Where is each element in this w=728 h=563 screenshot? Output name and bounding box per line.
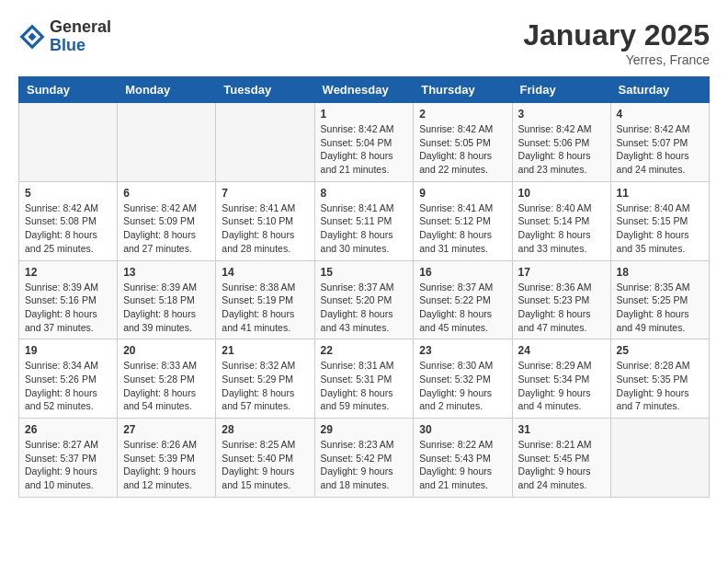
calendar-day-cell: 19Sunrise: 8:34 AM Sunset: 5:26 PM Dayli… bbox=[19, 339, 118, 419]
day-info: Sunrise: 8:21 AM Sunset: 5:45 PM Dayligh… bbox=[518, 438, 605, 492]
logo-general-text: General bbox=[50, 18, 111, 37]
day-number: 28 bbox=[222, 423, 308, 436]
title-block: January 2025 Yerres, France bbox=[523, 18, 710, 67]
day-info: Sunrise: 8:41 AM Sunset: 5:10 PM Dayligh… bbox=[222, 201, 308, 256]
day-number: 18 bbox=[617, 266, 703, 279]
day-info: Sunrise: 8:42 AM Sunset: 5:05 PM Dayligh… bbox=[419, 122, 506, 177]
day-number: 5 bbox=[25, 187, 111, 200]
logo-blue-text: Blue bbox=[50, 37, 111, 55]
day-number: 16 bbox=[419, 266, 506, 279]
day-info: Sunrise: 8:37 AM Sunset: 5:20 PM Dayligh… bbox=[321, 281, 408, 335]
calendar-day-cell: 8Sunrise: 8:41 AM Sunset: 5:11 PM Daylig… bbox=[314, 181, 414, 260]
day-number: 4 bbox=[617, 108, 703, 121]
day-number: 6 bbox=[123, 187, 210, 200]
calendar-day-cell: 6Sunrise: 8:42 AM Sunset: 5:09 PM Daylig… bbox=[118, 181, 216, 260]
logo-text: General Blue bbox=[50, 18, 111, 55]
calendar-day-cell: 3Sunrise: 8:42 AM Sunset: 5:06 PM Daylig… bbox=[512, 103, 610, 182]
day-number: 31 bbox=[518, 423, 605, 436]
day-number: 30 bbox=[419, 423, 506, 436]
day-info: Sunrise: 8:27 AM Sunset: 5:37 PM Dayligh… bbox=[25, 438, 111, 492]
page-header: General Blue January 2025 Yerres, France bbox=[18, 18, 710, 67]
day-info: Sunrise: 8:40 AM Sunset: 5:15 PM Dayligh… bbox=[617, 201, 703, 256]
calendar-header-row: SundayMondayTuesdayWednesdayThursdayFrid… bbox=[19, 77, 710, 103]
calendar-day-cell: 9Sunrise: 8:41 AM Sunset: 5:12 PM Daylig… bbox=[414, 181, 512, 260]
calendar-day-cell: 27Sunrise: 8:26 AM Sunset: 5:39 PM Dayli… bbox=[118, 419, 216, 498]
location: Yerres, France bbox=[523, 52, 710, 67]
calendar-day-cell: 21Sunrise: 8:32 AM Sunset: 5:29 PM Dayli… bbox=[216, 339, 314, 419]
calendar-day-cell: 11Sunrise: 8:40 AM Sunset: 5:15 PM Dayli… bbox=[610, 181, 709, 260]
day-number: 9 bbox=[419, 187, 506, 200]
calendar-day-cell: 31Sunrise: 8:21 AM Sunset: 5:45 PM Dayli… bbox=[512, 419, 610, 498]
calendar-day-cell bbox=[118, 103, 216, 182]
day-number: 1 bbox=[321, 108, 408, 121]
weekday-header: Tuesday bbox=[216, 77, 314, 103]
day-info: Sunrise: 8:37 AM Sunset: 5:22 PM Dayligh… bbox=[419, 281, 506, 335]
calendar-day-cell: 30Sunrise: 8:22 AM Sunset: 5:43 PM Dayli… bbox=[414, 419, 512, 498]
day-info: Sunrise: 8:34 AM Sunset: 5:26 PM Dayligh… bbox=[25, 359, 111, 413]
calendar-week-row: 26Sunrise: 8:27 AM Sunset: 5:37 PM Dayli… bbox=[19, 419, 710, 498]
calendar-day-cell: 28Sunrise: 8:25 AM Sunset: 5:40 PM Dayli… bbox=[216, 419, 314, 498]
day-info: Sunrise: 8:26 AM Sunset: 5:39 PM Dayligh… bbox=[123, 438, 210, 492]
day-number: 15 bbox=[321, 266, 408, 279]
day-number: 22 bbox=[321, 344, 408, 357]
day-info: Sunrise: 8:42 AM Sunset: 5:08 PM Dayligh… bbox=[25, 201, 111, 256]
day-number: 2 bbox=[419, 108, 506, 121]
day-info: Sunrise: 8:42 AM Sunset: 5:09 PM Dayligh… bbox=[123, 201, 210, 256]
day-number: 21 bbox=[222, 344, 308, 357]
day-number: 12 bbox=[25, 266, 111, 279]
calendar-day-cell: 13Sunrise: 8:39 AM Sunset: 5:18 PM Dayli… bbox=[118, 260, 216, 339]
day-info: Sunrise: 8:30 AM Sunset: 5:32 PM Dayligh… bbox=[419, 359, 506, 413]
day-info: Sunrise: 8:25 AM Sunset: 5:40 PM Dayligh… bbox=[222, 438, 308, 492]
day-number: 8 bbox=[321, 187, 408, 200]
day-info: Sunrise: 8:41 AM Sunset: 5:11 PM Dayligh… bbox=[321, 201, 408, 256]
day-number: 13 bbox=[123, 266, 210, 279]
day-info: Sunrise: 8:33 AM Sunset: 5:28 PM Dayligh… bbox=[123, 359, 210, 413]
day-info: Sunrise: 8:42 AM Sunset: 5:06 PM Dayligh… bbox=[518, 122, 605, 177]
month-title: January 2025 bbox=[523, 18, 710, 52]
calendar-day-cell: 25Sunrise: 8:28 AM Sunset: 5:35 PM Dayli… bbox=[610, 339, 709, 419]
day-number: 25 bbox=[617, 344, 703, 357]
day-info: Sunrise: 8:23 AM Sunset: 5:42 PM Dayligh… bbox=[321, 438, 408, 492]
day-number: 29 bbox=[321, 423, 408, 436]
calendar-day-cell: 1Sunrise: 8:42 AM Sunset: 5:04 PM Daylig… bbox=[314, 103, 414, 182]
calendar-day-cell: 2Sunrise: 8:42 AM Sunset: 5:05 PM Daylig… bbox=[414, 103, 512, 182]
day-info: Sunrise: 8:41 AM Sunset: 5:12 PM Dayligh… bbox=[419, 201, 506, 256]
calendar-day-cell: 24Sunrise: 8:29 AM Sunset: 5:34 PM Dayli… bbox=[512, 339, 610, 419]
day-number: 14 bbox=[222, 266, 308, 279]
calendar-week-row: 19Sunrise: 8:34 AM Sunset: 5:26 PM Dayli… bbox=[19, 339, 710, 419]
calendar-day-cell: 22Sunrise: 8:31 AM Sunset: 5:31 PM Dayli… bbox=[314, 339, 414, 419]
day-number: 27 bbox=[123, 423, 210, 436]
logo: General Blue bbox=[18, 18, 111, 55]
calendar-day-cell bbox=[610, 419, 709, 498]
day-info: Sunrise: 8:42 AM Sunset: 5:07 PM Dayligh… bbox=[617, 122, 703, 177]
day-number: 10 bbox=[518, 187, 605, 200]
calendar-day-cell: 29Sunrise: 8:23 AM Sunset: 5:42 PM Dayli… bbox=[314, 419, 414, 498]
day-info: Sunrise: 8:28 AM Sunset: 5:35 PM Dayligh… bbox=[617, 359, 703, 413]
calendar-day-cell bbox=[19, 103, 118, 182]
day-info: Sunrise: 8:32 AM Sunset: 5:29 PM Dayligh… bbox=[222, 359, 308, 413]
calendar-day-cell: 26Sunrise: 8:27 AM Sunset: 5:37 PM Dayli… bbox=[19, 419, 118, 498]
calendar-day-cell: 17Sunrise: 8:36 AM Sunset: 5:23 PM Dayli… bbox=[512, 260, 610, 339]
day-number: 17 bbox=[518, 266, 605, 279]
weekday-header: Friday bbox=[512, 77, 610, 103]
day-info: Sunrise: 8:31 AM Sunset: 5:31 PM Dayligh… bbox=[321, 359, 408, 413]
day-number: 7 bbox=[222, 187, 308, 200]
weekday-header: Wednesday bbox=[314, 77, 414, 103]
calendar-week-row: 5Sunrise: 8:42 AM Sunset: 5:08 PM Daylig… bbox=[19, 181, 710, 260]
calendar-week-row: 12Sunrise: 8:39 AM Sunset: 5:16 PM Dayli… bbox=[19, 260, 710, 339]
day-number: 20 bbox=[123, 344, 210, 357]
calendar-day-cell: 4Sunrise: 8:42 AM Sunset: 5:07 PM Daylig… bbox=[610, 103, 709, 182]
day-number: 19 bbox=[25, 344, 111, 357]
calendar-day-cell bbox=[216, 103, 314, 182]
calendar-day-cell: 18Sunrise: 8:35 AM Sunset: 5:25 PM Dayli… bbox=[610, 260, 709, 339]
calendar-day-cell: 16Sunrise: 8:37 AM Sunset: 5:22 PM Dayli… bbox=[414, 260, 512, 339]
day-number: 24 bbox=[518, 344, 605, 357]
day-info: Sunrise: 8:36 AM Sunset: 5:23 PM Dayligh… bbox=[518, 281, 605, 335]
weekday-header: Saturday bbox=[610, 77, 709, 103]
day-number: 3 bbox=[518, 108, 605, 121]
day-number: 26 bbox=[25, 423, 111, 436]
calendar-day-cell: 10Sunrise: 8:40 AM Sunset: 5:14 PM Dayli… bbox=[512, 181, 610, 260]
day-number: 11 bbox=[617, 187, 703, 200]
day-info: Sunrise: 8:40 AM Sunset: 5:14 PM Dayligh… bbox=[518, 201, 605, 256]
calendar-day-cell: 5Sunrise: 8:42 AM Sunset: 5:08 PM Daylig… bbox=[19, 181, 118, 260]
